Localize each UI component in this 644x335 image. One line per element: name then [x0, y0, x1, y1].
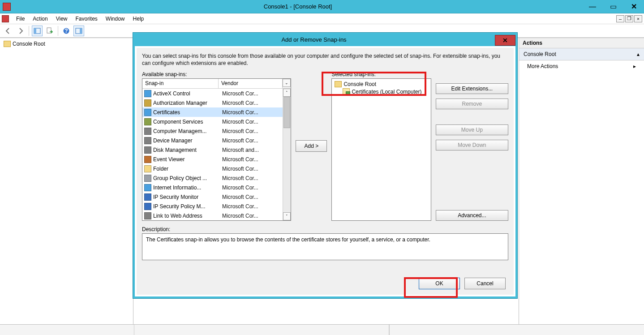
snapin-icon [144, 203, 151, 210]
list-item[interactable]: Disk ManagementMicrosoft and... [142, 145, 283, 155]
titlebar: Console1 - [Console Root] — ▭ ✕ [0, 0, 644, 13]
snapin-vendor: Microsoft Cor... [222, 156, 281, 163]
snapin-vendor: Microsoft Cor... [222, 137, 281, 144]
ok-button[interactable]: OK [419, 278, 460, 289]
list-item[interactable]: Internet Informatio...Microsoft Cor... [142, 183, 283, 192]
menu-window[interactable]: Window [102, 14, 129, 23]
actions-context[interactable]: Console Root ▴ [519, 48, 644, 60]
add-button[interactable]: Add > [296, 140, 327, 152]
snapin-name: ActiveX Control [153, 90, 220, 97]
snapin-vendor: Microsoft Cor... [222, 119, 281, 125]
list-item[interactable]: Event ViewerMicrosoft Cor... [142, 155, 283, 164]
mdi-restore-button[interactable]: ❐ [625, 15, 633, 22]
forward-button[interactable] [15, 26, 26, 36]
export-list-button[interactable] [44, 26, 55, 36]
list-item[interactable]: Computer Managem...Microsoft Cor... [142, 126, 283, 136]
svg-rect-2 [47, 28, 51, 33]
help-button[interactable]: ? [61, 26, 72, 36]
snapin-vendor: Microsoft Cor... [222, 175, 281, 181]
minimize-button[interactable]: — [582, 0, 603, 13]
available-label: Available snap-ins: [142, 71, 291, 77]
selected-label: Selected snap-ins: [331, 71, 431, 77]
scroll-down-button[interactable]: ˅ [283, 212, 291, 220]
move-up-button[interactable]: Move Up [436, 125, 508, 135]
list-item[interactable]: IP Security MonitorMicrosoft Cor... [142, 192, 283, 202]
back-button[interactable] [3, 26, 13, 36]
dialog-intro-text: You can select snap-ins for this console… [142, 52, 508, 67]
selected-root-node[interactable]: Console Root [334, 81, 429, 88]
snapin-vendor: Microsoft Cor... [222, 185, 281, 191]
list-item[interactable]: Link to Web AddressMicrosoft Cor... [142, 211, 283, 220]
list-header: Snap-in Vendor ⌄ [142, 79, 291, 89]
svg-rect-1 [34, 28, 36, 34]
cancel-button[interactable]: Cancel [464, 278, 506, 289]
selected-cert-node[interactable]: Certificates (Local Computer) [342, 88, 429, 96]
snapin-icon [144, 90, 151, 97]
available-snapins-list[interactable]: Snap-in Vendor ⌄ ActiveX ControlMicrosof… [142, 78, 291, 221]
menu-favorites[interactable]: Favorites [72, 14, 101, 23]
snapin-name: Authorization Manager [153, 100, 220, 106]
scrollbar[interactable]: ˄ ˅ [283, 89, 291, 220]
description-label: Description: [142, 226, 508, 232]
snapin-name: Event Viewer [153, 156, 220, 163]
certificate-icon [343, 88, 350, 95]
selected-root-label: Console Root [343, 81, 376, 87]
list-item[interactable]: FolderMicrosoft Cor... [142, 164, 283, 173]
snapin-icon [144, 165, 151, 172]
folder-icon [4, 41, 11, 47]
col-vendor[interactable]: Vendor [219, 79, 283, 88]
snapin-icon [144, 156, 151, 163]
snapin-icon [144, 109, 151, 116]
snapin-name: IP Security Monitor [153, 194, 220, 200]
snapin-vendor: Microsoft Cor... [222, 100, 281, 106]
chevron-right-icon: ▸ [633, 63, 636, 69]
list-item[interactable]: ActiveX ControlMicrosoft Cor... [142, 89, 283, 98]
snapin-icon [144, 99, 151, 107]
tree-root-node[interactable]: Console Root [2, 40, 131, 48]
show-hide-action-pane-button[interactable] [73, 26, 84, 36]
snapin-icon [144, 193, 151, 201]
dialog-title: Add or Remove Snap-ins [133, 36, 495, 43]
remove-button[interactable]: Remove [436, 99, 508, 109]
edit-extensions-button[interactable]: Edit Extensions... [436, 83, 508, 94]
actions-more[interactable]: More Actions ▸ [519, 60, 644, 72]
snapin-vendor: Microsoft Cor... [222, 90, 281, 97]
snapin-icon [144, 146, 151, 154]
menu-help[interactable]: Help [129, 14, 148, 23]
menu-file[interactable]: File [13, 14, 28, 23]
snapin-name: Device Manager [153, 137, 220, 144]
menu-action[interactable]: Action [29, 14, 51, 23]
snapin-icon [144, 128, 151, 135]
scroll-up-button[interactable]: ˄ [283, 89, 291, 97]
snapin-vendor: Microsoft Cor... [222, 213, 281, 219]
col-snapin[interactable]: Snap-in [142, 79, 219, 88]
selected-snapins-tree[interactable]: Console Root Certificates (Local Compute… [331, 78, 431, 221]
list-item[interactable]: CertificatesMicrosoft Cor... [142, 107, 283, 117]
mdi-minimize-button[interactable]: – [616, 15, 624, 22]
list-item[interactable]: IP Security Policy M...Microsoft Cor... [142, 202, 283, 211]
maximize-button[interactable]: ▭ [603, 0, 623, 13]
app-icon [3, 3, 11, 11]
show-hide-tree-button[interactable] [32, 26, 43, 36]
move-down-button[interactable]: Move Down [436, 140, 508, 150]
actions-context-label: Console Root [524, 51, 556, 57]
close-button[interactable]: ✕ [623, 0, 644, 13]
list-item[interactable]: Authorization ManagerMicrosoft Cor... [142, 98, 283, 107]
list-item[interactable]: Component ServicesMicrosoft Cor... [142, 117, 283, 126]
list-item[interactable]: Device ManagerMicrosoft Cor... [142, 136, 283, 145]
snapin-icon [144, 137, 151, 144]
list-item[interactable]: Group Policy Object ...Microsoft Cor... [142, 173, 283, 183]
menu-view[interactable]: View [52, 14, 71, 23]
dialog-close-button[interactable]: ✕ [495, 35, 515, 46]
scroll-thumb[interactable] [283, 97, 290, 128]
app-icon-small [2, 15, 9, 22]
snapin-name: IP Security Policy M... [153, 203, 220, 210]
dialog-titlebar: Add or Remove Snap-ins ✕ [133, 33, 517, 46]
mdi-close-button[interactable]: × [634, 15, 642, 22]
tree-root-label: Console Root [13, 41, 45, 47]
snapin-vendor: Microsoft and... [222, 147, 281, 153]
tree-pane[interactable]: Console Root [0, 38, 133, 324]
snapin-icon [144, 175, 151, 182]
actions-pane: Actions Console Root ▴ More Actions ▸ [519, 38, 644, 324]
advanced-button[interactable]: Advanced... [436, 210, 508, 221]
